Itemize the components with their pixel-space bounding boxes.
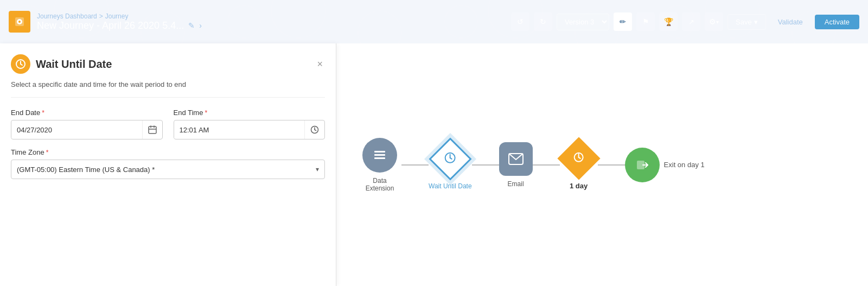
breadcrumb-main: New Journey - April 26 2020 5.4... ✎ › (37, 20, 202, 31)
date-time-row: End Date * (11, 109, 325, 139)
wait-until-date-node[interactable]: Wait Until Date (429, 140, 472, 190)
end-time-required: * (205, 109, 207, 117)
header: Journeys Dashboard > Journey New Journey… (0, 0, 868, 43)
one-day-node[interactable]: 1 day (560, 139, 598, 190)
svg-rect-15 (374, 157, 385, 159)
version-select[interactable]: Version 3 (557, 14, 609, 30)
journey-canvas[interactable]: Data Extension (336, 43, 868, 286)
email-icon (499, 142, 533, 176)
activate-label: Activate (825, 18, 850, 26)
svg-point-2 (18, 21, 21, 23)
exit-node[interactable]: Exit on day 1 (625, 148, 705, 182)
timezone-required: * (46, 149, 49, 156)
trophy-icon: 🏆 (664, 17, 673, 26)
panel-title-area: Wait Until Date (11, 54, 112, 74)
svg-rect-13 (374, 151, 385, 152)
one-day-diamond-wrapper (560, 139, 598, 177)
end-time-label: End Time * (174, 109, 326, 117)
breadcrumb-separator: > (99, 12, 103, 20)
timezone-dropdown-icon: ▾ (316, 166, 319, 173)
data-extension-label: Data Extension (358, 177, 401, 192)
export-icon: ↗ (688, 18, 694, 26)
panel-title: Wait Until Date (36, 58, 112, 71)
one-day-clock-icon (573, 151, 585, 166)
timezone-value: (GMT-05:00) Eastern Time (US & Canada) * (17, 166, 155, 174)
validate-label: Validate (778, 18, 803, 26)
wait-clock-icon (444, 151, 457, 167)
one-day-label: 1 day (570, 182, 588, 190)
wait-until-date-panel: Wait Until Date × Select a specific date… (0, 43, 336, 286)
panel-subtitle: Select a specific date and time for the … (11, 80, 325, 98)
end-date-input-wrapper[interactable] (11, 120, 163, 139)
connector-3 (533, 164, 560, 166)
redo-button[interactable]: ↻ (534, 12, 552, 31)
journey-name: New Journey - April 26 2020 5.4... (37, 20, 184, 31)
activate-button[interactable]: Activate (815, 15, 859, 29)
redo-icon: ↻ (540, 17, 546, 26)
svg-line-18 (450, 157, 452, 158)
save-dropdown-icon: ▾ (754, 18, 758, 26)
timezone-select[interactable]: (GMT-05:00) Eastern Time (US & Canada) *… (11, 160, 325, 179)
panel-header: Wait Until Date × (11, 54, 325, 74)
save-button[interactable]: Save ▾ (727, 14, 766, 30)
svg-line-22 (579, 157, 580, 158)
end-time-group: End Time * (174, 109, 326, 139)
calendar-icon (142, 120, 162, 139)
breadcrumb: Journeys Dashboard > Journey New Journey… (37, 12, 202, 31)
wait-until-date-diamond-wrapper (431, 140, 469, 178)
pen-icon: ✏ (620, 17, 626, 26)
one-day-diamond (557, 137, 600, 180)
end-date-label: End Date * (11, 109, 163, 117)
connector-2 (472, 164, 499, 166)
end-date-input[interactable] (11, 122, 142, 138)
flag-button[interactable]: ⚑ (636, 12, 655, 31)
undo-button[interactable]: ↺ (511, 12, 529, 31)
timezone-label: Time Zone * (11, 148, 325, 156)
connector-1 (401, 164, 429, 166)
breadcrumb-sub: Journey (105, 12, 129, 20)
svg-line-12 (315, 130, 316, 131)
app-logo (9, 11, 30, 33)
email-label: Email (508, 180, 524, 188)
wait-until-date-label: Wait Until Date (429, 182, 472, 190)
end-date-group: End Date * (11, 109, 163, 139)
svg-rect-14 (374, 154, 385, 156)
clock-icon (304, 120, 324, 139)
header-left: Journeys Dashboard > Journey New Journey… (9, 11, 511, 33)
exit-label: Exit on day 1 (664, 161, 705, 169)
edit-mode-button[interactable]: ✏ (614, 12, 632, 31)
gear-dropdown-icon: ▾ (716, 19, 719, 25)
edit-icon[interactable]: ✎ (188, 21, 195, 30)
panel-close-button[interactable]: × (315, 56, 325, 72)
header-actions: ↺ ↻ Version 3 ✏ ⚑ 🏆 ↗ ⚙ ▾ Save ▾ Validat… (511, 12, 859, 31)
svg-rect-6 (149, 126, 156, 134)
gear-button[interactable]: ⚙ ▾ (705, 12, 723, 31)
panel-icon (11, 54, 30, 74)
end-time-input-wrapper[interactable] (174, 120, 326, 139)
export-button[interactable]: ↗ (682, 12, 700, 31)
gear-icon: ⚙ (709, 17, 716, 26)
svg-line-5 (21, 64, 22, 65)
trophy-button[interactable]: 🏆 (659, 12, 678, 31)
end-date-required: * (42, 109, 44, 117)
validate-button[interactable]: Validate (770, 15, 810, 29)
main-area: Wait Until Date × Select a specific date… (0, 43, 868, 286)
email-node[interactable]: Email (499, 142, 533, 188)
connector-4 (598, 164, 625, 166)
timezone-group: Time Zone * (GMT-05:00) Eastern Time (US… (11, 148, 325, 179)
chevron-right-icon[interactable]: › (199, 21, 202, 30)
breadcrumb-top: Journeys Dashboard > Journey (37, 12, 202, 20)
undo-icon: ↺ (517, 17, 524, 26)
end-time-input[interactable] (174, 122, 305, 138)
data-extension-node[interactable]: Data Extension (358, 138, 401, 192)
data-extension-icon (362, 138, 397, 173)
exit-icon (625, 148, 660, 182)
save-label: Save (736, 18, 752, 26)
wait-until-date-diamond (429, 137, 471, 180)
breadcrumb-link[interactable]: Journeys Dashboard (37, 12, 97, 20)
flag-icon: ⚑ (642, 17, 649, 26)
journey-flow: Data Extension (358, 138, 705, 192)
